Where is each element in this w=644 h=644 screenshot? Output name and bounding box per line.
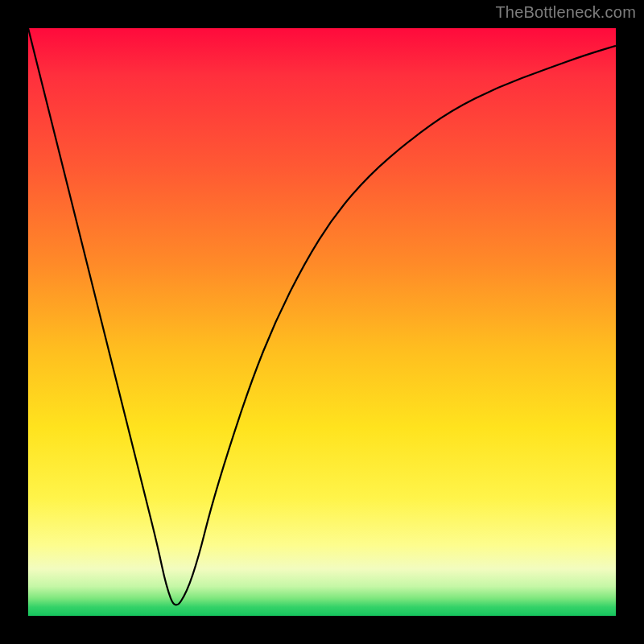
plot-area [28, 28, 616, 616]
curve-svg [28, 28, 616, 616]
chart-frame: TheBottleneck.com [0, 0, 644, 644]
curve-line [28, 28, 616, 605]
watermark-text: TheBottleneck.com [495, 3, 636, 22]
